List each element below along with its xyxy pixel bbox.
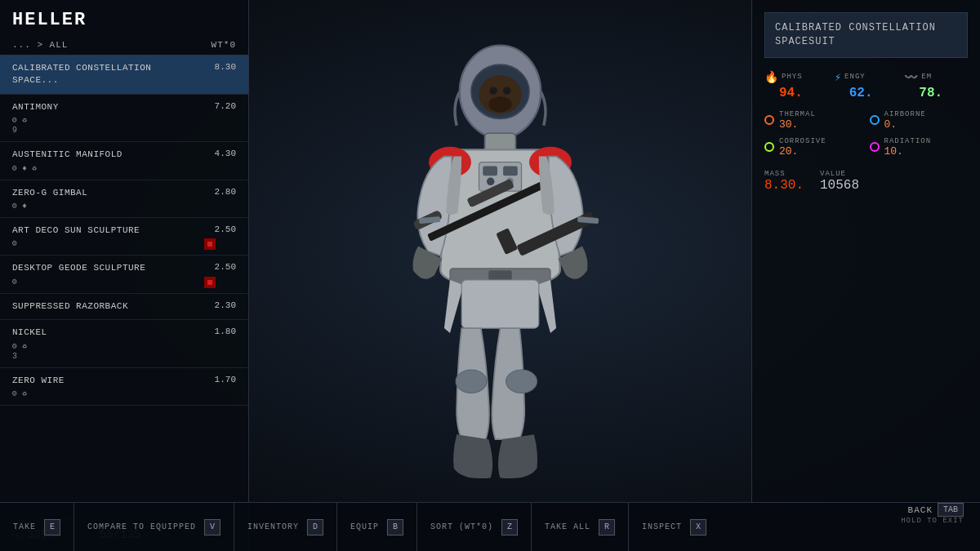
mass-value-row: MASS 8.30. VALUE 10568 [764, 170, 968, 193]
airborne-value: 0. [884, 118, 926, 131]
item-name: SUPPRESSED RAZORBACK [12, 300, 207, 313]
item-list: CALIBRATED CONSTELLATION SPACE... 8.30 A… [0, 56, 248, 507]
item-weight: 2.50 [207, 262, 236, 272]
item-count: 9 [12, 126, 236, 135]
panel-title: HELLER [0, 0, 248, 37]
svg-rect-10 [483, 166, 497, 176]
action-key[interactable]: D [307, 519, 323, 535]
phys-value: 94. [764, 86, 828, 100]
list-item[interactable]: NICKEL 1.80 ⚙️ ♻3 [0, 320, 248, 367]
action-take[interactable]: TAKE E [0, 503, 74, 551]
detail-panel: CALIBRATED CONSTELLATION SPACESUIT 🔥 PHY… [751, 0, 980, 506]
action-label: TAKE [13, 522, 36, 531]
list-item[interactable]: SUPPRESSED RAZORBACK 2.30 [0, 294, 248, 320]
stats-row: 🔥 PHYS 94. ⚡ ENGY 62. 〰️ EM 78. [764, 70, 968, 100]
back-group[interactable]: BACK TAB HOLD TO EXIT [884, 503, 980, 551]
mass-detail-label: MASS [764, 170, 804, 178]
list-item[interactable]: CALIBRATED CONSTELLATION SPACE... 8.30 [0, 56, 248, 95]
phys-label: PHYS [782, 73, 803, 81]
svg-point-4 [503, 87, 510, 94]
action-label: TAKE ALL [545, 522, 590, 531]
item-icons: ⚙️ ♻ [12, 389, 236, 398]
list-item[interactable]: ANTIMONY 7.20 ⚙️ ♻9 [0, 95, 248, 142]
engy-label: ENGY [844, 73, 866, 81]
item-icons: ⚙️ ♻ [12, 115, 236, 125]
item-weight: 1.80 [207, 327, 236, 336]
action-take-all[interactable]: TAKE ALL R [532, 503, 629, 551]
item-icons: ⚙️ [12, 277, 236, 287]
action-key[interactable]: Z [501, 519, 518, 535]
weight-header: WT*0 [212, 40, 236, 50]
action-key[interactable]: B [387, 519, 403, 535]
svg-point-12 [487, 178, 494, 185]
phys-icon: 🔥 [764, 70, 778, 84]
inventory-panel: HELLER ... > ALL WT*0 CALIBRATED CONSTEL… [0, 0, 249, 551]
item-weight: 1.70 [207, 375, 236, 384]
em-icon: 〰️ [904, 70, 918, 84]
list-item[interactable]: DESKTOP GEODE SCULPTURE 2.50 ⚙️ [0, 256, 248, 293]
phys-stat: 🔥 PHYS 94. [764, 70, 828, 100]
radiation-dot [870, 142, 880, 152]
em-label: EM [921, 73, 932, 81]
action-key[interactable]: E [44, 519, 60, 535]
action-inventory[interactable]: INVENTORY D [234, 503, 337, 551]
item-name: ZERO WIRE [12, 375, 207, 387]
thermal-label: THERMAL [779, 110, 816, 118]
svg-point-23 [506, 370, 537, 393]
item-weight: 2.30 [207, 300, 236, 310]
action-inspect[interactable]: INSPECT X [629, 503, 719, 551]
airborne-resist: AIRBORNE 0. [870, 110, 969, 131]
character-svg [249, 0, 751, 502]
action-key[interactable]: X [690, 519, 706, 535]
action-bar: TAKE E COMPARE TO EQUIPPED V INVENTORY D… [0, 502, 980, 551]
item-name: NICKEL [12, 327, 207, 339]
em-value: 78. [904, 86, 968, 100]
item-name: DESKTOP GEODE SCULPTURE [12, 262, 207, 274]
action-equip[interactable]: EQUIP B [337, 503, 417, 551]
corrosive-resist: CORROSIVE 20. [764, 137, 863, 158]
airborne-label: AIRBORNE [884, 110, 926, 118]
corrosive-dot [764, 142, 774, 152]
list-item[interactable]: ZERO WIRE 1.70 ⚙️ ♻ [0, 368, 248, 406]
action-label: SORT (WT*0) [430, 522, 493, 531]
back-key[interactable]: TAB [938, 503, 964, 517]
thermal-dot [764, 115, 774, 125]
radiation-value: 10. [884, 145, 932, 158]
item-icons: ⚙️ ♦ [12, 201, 236, 211]
item-weight: 2.80 [207, 187, 236, 197]
list-item[interactable]: AUSTENITIC MANIFOLD 4.30 ⚙️ ♦ ♻ [0, 142, 248, 180]
action-sort-(wt*0)[interactable]: SORT (WT*0) Z [417, 503, 532, 551]
item-weight: 4.30 [207, 149, 236, 158]
item-icons: ⚙️ [12, 238, 236, 248]
action-label: COMPARE TO EQUIPPED [87, 522, 196, 531]
svg-rect-21 [461, 280, 539, 328]
item-icons: ⚙️ ♦ ♻ [12, 163, 236, 173]
list-item[interactable]: ZERO-G GIMBAL 2.80 ⚙️ ♦ [0, 180, 248, 218]
airborne-dot [870, 115, 880, 125]
back-label: BACK [908, 505, 933, 515]
item-name: ART DECO SUN SCULPTURE [12, 224, 207, 237]
mass-detail-value: 8.30. [764, 178, 804, 193]
thermal-value: 30. [779, 118, 816, 131]
item-weight: 2.50 [207, 224, 236, 234]
item-name: AUSTENITIC MANIFOLD [12, 149, 207, 161]
thermal-resist: THERMAL 30. [764, 110, 863, 131]
action-label: EQUIP [350, 522, 379, 531]
item-icons: ⚙️ ♻ [12, 341, 236, 351]
item-count: 3 [12, 352, 236, 361]
svg-point-22 [456, 370, 487, 393]
item-name: ANTIMONY [12, 101, 207, 113]
value-value: 10568 [820, 178, 859, 193]
item-flag [204, 277, 216, 288]
action-key[interactable]: V [204, 519, 220, 535]
action-key[interactable]: R [599, 519, 615, 535]
corrosive-label: CORROSIVE [779, 137, 826, 145]
list-item[interactable]: ART DECO SUN SCULPTURE 2.50 ⚙️ [0, 218, 248, 256]
svg-point-3 [489, 87, 497, 94]
item-name: CALIBRATED CONSTELLATION SPACE... [12, 62, 207, 87]
corrosive-value: 20. [779, 145, 826, 158]
action-compare-to-equipped[interactable]: COMPARE TO EQUIPPED V [74, 503, 234, 551]
resist-grid: THERMAL 30. AIRBORNE 0. CORROSIVE 20. RA… [764, 110, 968, 158]
engy-icon: ⚡ [835, 70, 841, 84]
breadcrumb-row: ... > ALL WT*0 [0, 37, 248, 56]
